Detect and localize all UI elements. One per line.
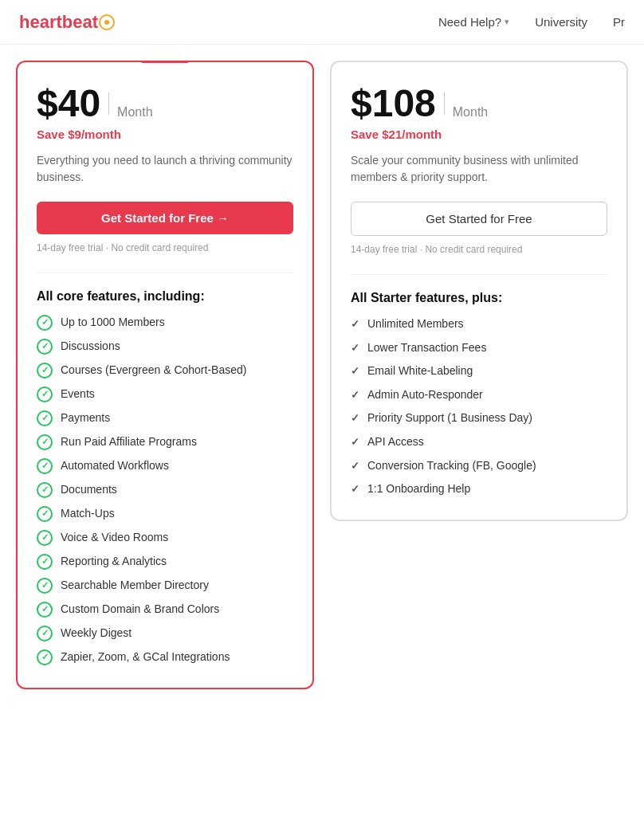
- feature-label: API Access: [367, 434, 424, 450]
- check-circle-icon: ✓: [37, 339, 53, 355]
- starter-divider: [37, 273, 293, 273]
- list-item: ✓ Payments: [37, 410, 293, 426]
- starter-cta-button[interactable]: Get Started for Free →: [37, 202, 293, 234]
- pro-feature-list: ✓ Unlimited Members ✓ Lower Transaction …: [351, 316, 607, 497]
- list-item: ✓ Conversion Tracking (FB, Google): [351, 458, 607, 474]
- nav-university-label: University: [535, 15, 587, 29]
- feature-label: Admin Auto-Responder: [367, 387, 483, 403]
- nav-university[interactable]: University: [535, 15, 587, 29]
- feature-label: Lower Transaction Fees: [367, 340, 486, 356]
- pro-period: Month: [453, 105, 488, 120]
- featured-top-line: [141, 61, 189, 63]
- pro-trial-text: 14-day free trial · No credit card requi…: [351, 244, 607, 255]
- price-divider: [444, 92, 445, 115]
- list-item: ✓ Run Paid Affiliate Programs: [37, 434, 293, 450]
- header: heartbeat Need Help? ▾ University Pr: [0, 0, 644, 45]
- nav-help[interactable]: Need Help? ▾: [438, 15, 509, 29]
- list-item: ✓ Priority Support (1 Business Day): [351, 410, 607, 426]
- pro-cta-button[interactable]: Get Started for Free: [351, 202, 607, 236]
- pro-description: Scale your community business with unlim…: [351, 152, 607, 186]
- pro-save: Save $21/month: [351, 128, 607, 141]
- nav-pr-label: Pr: [613, 15, 625, 29]
- pro-price-row: $108 Month: [351, 84, 607, 123]
- check-circle-icon: ✓: [37, 506, 53, 522]
- logo-icon: [99, 14, 115, 30]
- feature-label: Payments: [61, 410, 110, 426]
- feature-label: 1:1 Onboarding Help: [367, 481, 470, 497]
- check-circle-icon: ✓: [37, 363, 53, 379]
- feature-label: Voice & Video Rooms: [61, 530, 168, 546]
- list-item: ✓ Documents: [37, 482, 293, 498]
- check-circle-icon: ✓: [37, 649, 53, 665]
- checkmark-icon: ✓: [351, 317, 359, 332]
- feature-label: Match-Ups: [61, 506, 115, 522]
- feature-label: Weekly Digest: [61, 626, 132, 641]
- check-circle-icon: ✓: [37, 578, 53, 594]
- list-item: ✓ Reporting & Analytics: [37, 554, 293, 570]
- feature-label: Up to 1000 Members: [61, 315, 165, 331]
- checkmark-icon: ✓: [351, 459, 359, 473]
- checkmark-icon: ✓: [351, 411, 359, 426]
- feature-label: Unlimited Members: [367, 316, 464, 332]
- nav-help-label: Need Help?: [438, 15, 501, 29]
- pro-price: $108: [351, 84, 436, 123]
- checkmark-icon: ✓: [351, 388, 359, 402]
- feature-label: Priority Support (1 Business Day): [367, 410, 532, 426]
- list-item: ✓ Searchable Member Directory: [37, 578, 293, 594]
- starter-period: Month: [117, 105, 152, 120]
- feature-label: Custom Domain & Brand Colors: [61, 602, 219, 618]
- pro-features-heading: All Starter features, plus:: [351, 291, 607, 305]
- check-circle-icon: ✓: [37, 458, 53, 474]
- checkmark-icon: ✓: [351, 435, 359, 449]
- list-item: ✓ Events: [37, 386, 293, 402]
- check-circle-icon: ✓: [37, 626, 53, 641]
- feature-label: Searchable Member Directory: [61, 578, 209, 594]
- nav-pr[interactable]: Pr: [613, 15, 625, 29]
- list-item: ✓ Weekly Digest: [37, 626, 293, 641]
- check-circle-icon: ✓: [37, 315, 53, 331]
- feature-label: Reporting & Analytics: [61, 554, 167, 570]
- checkmark-icon: ✓: [351, 482, 359, 496]
- starter-price-row: $40 Month: [37, 84, 293, 123]
- feature-label: Email White-Labeling: [367, 363, 473, 379]
- starter-description: Everything you need to launch a thriving…: [37, 152, 293, 186]
- starter-price: $40: [37, 84, 100, 123]
- feature-label: Conversion Tracking (FB, Google): [367, 458, 536, 474]
- list-item: ✓ Automated Workflows: [37, 458, 293, 474]
- check-circle-icon: ✓: [37, 554, 53, 570]
- checkmark-icon: ✓: [351, 364, 359, 379]
- logo: heartbeat: [19, 12, 115, 33]
- list-item: ✓ Admin Auto-Responder: [351, 387, 607, 403]
- feature-label: Documents: [61, 482, 117, 498]
- feature-label: Zapier, Zoom, & GCal Integrations: [61, 649, 230, 665]
- logo-text: heartbeat: [19, 12, 98, 33]
- feature-label: Events: [61, 386, 95, 402]
- check-circle-icon: ✓: [37, 386, 53, 402]
- check-circle-icon: ✓: [37, 482, 53, 498]
- price-divider: [108, 92, 109, 115]
- pricing-section: $40 Month Save $9/month Everything you n…: [0, 45, 644, 721]
- check-circle-icon: ✓: [37, 602, 53, 618]
- check-circle-icon: ✓: [37, 434, 53, 450]
- check-circle-icon: ✓: [37, 530, 53, 546]
- list-item: ✓ Voice & Video Rooms: [37, 530, 293, 546]
- header-nav: Need Help? ▾ University Pr: [438, 15, 625, 29]
- list-item: ✓ Custom Domain & Brand Colors: [37, 602, 293, 618]
- starter-features-heading: All core features, including:: [37, 289, 293, 304]
- starter-trial-text: 14-day free trial · No credit card requi…: [37, 242, 293, 253]
- starter-feature-list: ✓ Up to 1000 Members ✓ Discussions ✓ Cou…: [37, 315, 293, 665]
- starter-plan-card: $40 Month Save $9/month Everything you n…: [16, 61, 314, 689]
- list-item: ✓ API Access: [351, 434, 607, 450]
- feature-label: Courses (Evergreen & Cohort-Based): [61, 363, 246, 379]
- list-item: ✓ Up to 1000 Members: [37, 315, 293, 331]
- check-circle-icon: ✓: [37, 410, 53, 426]
- feature-label: Automated Workflows: [61, 458, 169, 474]
- list-item: ✓ Match-Ups: [37, 506, 293, 522]
- list-item: ✓ Lower Transaction Fees: [351, 340, 607, 356]
- list-item: ✓ Courses (Evergreen & Cohort-Based): [37, 363, 293, 379]
- pro-plan-card: $108 Month Save $21/month Scale your com…: [330, 61, 628, 521]
- chevron-down-icon: ▾: [505, 17, 509, 27]
- list-item: ✓ Unlimited Members: [351, 316, 607, 332]
- starter-save: Save $9/month: [37, 128, 293, 141]
- list-item: ✓ Email White-Labeling: [351, 363, 607, 379]
